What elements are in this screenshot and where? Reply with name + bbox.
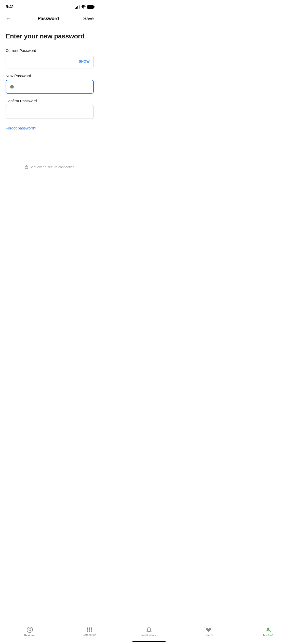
new-password-wrapper[interactable] [6, 80, 94, 94]
status-time: 9:41 [6, 4, 14, 9]
save-button[interactable]: Save [83, 16, 94, 21]
wifi-icon [81, 5, 86, 9]
page-heading: Enter your new password [6, 32, 94, 41]
current-password-group: Current Password SHOW [6, 48, 94, 68]
secure-message: Sent over a secure connection [30, 165, 74, 169]
page-title: Password [38, 16, 59, 21]
secure-connection: Sent over a secure connection [0, 161, 99, 173]
forgot-password-link[interactable]: Forgot password? [6, 126, 36, 130]
signal-icon [75, 5, 79, 9]
new-password-label: New Password [6, 74, 94, 78]
lock-icon [25, 165, 28, 169]
confirm-password-input[interactable] [6, 105, 94, 119]
back-button[interactable]: ← [6, 14, 13, 23]
show-password-button[interactable]: SHOW [79, 60, 90, 63]
battery-icon [87, 5, 94, 9]
status-bar: 9:41 [0, 0, 99, 12]
main-content: Enter your new password Current Password… [0, 27, 99, 130]
nav-header: ← Password Save [0, 12, 99, 27]
confirm-password-group: Confirm Password [6, 99, 94, 119]
confirm-password-label: Confirm Password [6, 99, 94, 103]
svg-rect-0 [25, 167, 28, 169]
current-password-wrapper: SHOW [6, 55, 94, 68]
new-password-group: New Password [6, 74, 94, 94]
status-icons [75, 5, 94, 9]
password-dot-indicator [10, 85, 14, 89]
current-password-label: Current Password [6, 48, 94, 53]
confirm-password-wrapper [6, 105, 94, 119]
